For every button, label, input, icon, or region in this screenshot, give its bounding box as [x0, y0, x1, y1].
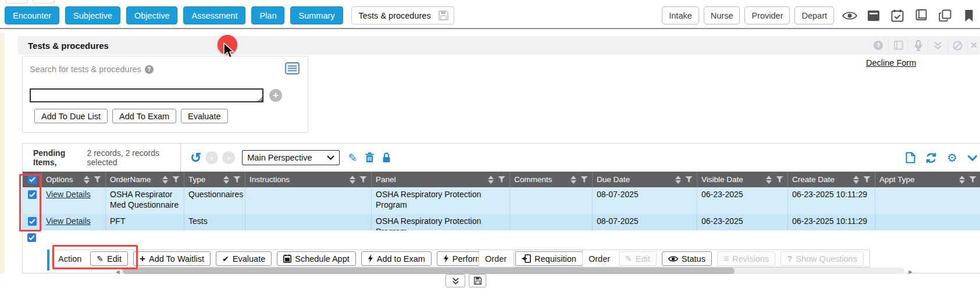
- gear-icon[interactable]: ⚙: [947, 152, 957, 163]
- edit-perspective-icon[interactable]: ✎: [348, 151, 357, 165]
- lock-icon[interactable]: [382, 152, 391, 163]
- add-to-exam-button[interactable]: Add To Exam: [112, 109, 176, 123]
- sort-icon[interactable]: [959, 176, 965, 184]
- close-icon[interactable]: ✕: [967, 38, 980, 52]
- delete-perspective-icon[interactable]: [365, 152, 374, 163]
- new-document-icon[interactable]: [906, 152, 915, 163]
- filter-icon[interactable]: [233, 176, 241, 183]
- sort-icon[interactable]: [223, 176, 229, 184]
- scroll-right-icon[interactable]: ►: [907, 268, 914, 275]
- add-to-due-list-button[interactable]: Add To Due List: [34, 109, 108, 123]
- calendar-icon: [283, 254, 291, 263]
- eye-icon[interactable]: [842, 8, 857, 23]
- nav-label: Encounter: [13, 11, 51, 20]
- nav-button-subjective[interactable]: Subjective: [65, 6, 120, 24]
- perspective-select[interactable]: Main Perspective: [242, 150, 340, 165]
- calendar-check-icon[interactable]: [890, 8, 905, 23]
- schedule-appt-button[interactable]: Schedule Appt: [277, 251, 356, 266]
- sort-icon[interactable]: [766, 176, 772, 184]
- scrollbar-thumb[interactable]: [123, 268, 735, 274]
- help-icon[interactable]: ?: [145, 65, 154, 74]
- save-icon[interactable]: [438, 10, 449, 21]
- horizontal-scrollbar[interactable]: [120, 268, 904, 274]
- add-to-waitlist-button[interactable]: +Add To Waitlist: [133, 251, 211, 266]
- view-details-link[interactable]: View Details: [46, 216, 91, 226]
- save-button[interactable]: [469, 274, 486, 287]
- sort-icon[interactable]: [162, 176, 168, 184]
- mic-icon[interactable]: [908, 38, 928, 52]
- column-header-panel[interactable]: Panel: [371, 172, 509, 187]
- archive-icon[interactable]: [866, 8, 881, 23]
- filter-icon[interactable]: [172, 176, 180, 183]
- sort-icon[interactable]: [350, 176, 355, 184]
- nav-label: Plan: [259, 11, 276, 20]
- add-to-exam-button[interactable]: Add to Exam: [361, 251, 432, 266]
- column-header-ordername[interactable]: OrderName: [105, 172, 184, 187]
- evaluate-button[interactable]: Evaluate: [181, 109, 227, 123]
- nav-button-plan[interactable]: Plan: [251, 6, 284, 24]
- filter-icon[interactable]: [580, 176, 588, 183]
- expand-more-button[interactable]: [446, 274, 465, 287]
- sort-icon[interactable]: [571, 176, 576, 184]
- undo-icon[interactable]: ↺: [190, 151, 201, 165]
- column-label: Instructions: [250, 175, 350, 184]
- table-row[interactable]: View Details PFT Tests OSHA Respiratory …: [23, 214, 980, 230]
- next-perspective-icon[interactable]: ›: [222, 151, 235, 164]
- book-icon[interactable]: [888, 38, 908, 52]
- column-label: Create Date: [792, 175, 853, 184]
- search-input[interactable]: [30, 88, 263, 102]
- chevron-down-icon[interactable]: [967, 155, 978, 161]
- status-button[interactable]: Status: [662, 251, 712, 266]
- sort-icon[interactable]: [853, 176, 859, 184]
- sort-icon[interactable]: [84, 176, 90, 184]
- column-header-options[interactable]: Options: [41, 172, 105, 187]
- stage-button-nurse[interactable]: Nurse: [704, 6, 740, 24]
- stage-button-depart[interactable]: Depart: [794, 6, 834, 24]
- cell-visible-date: 06-23-2025: [697, 214, 787, 230]
- sort-icon[interactable]: [675, 176, 681, 184]
- footer-select-checkbox[interactable]: [27, 233, 36, 242]
- list-view-icon[interactable]: [285, 62, 300, 77]
- filter-icon[interactable]: [359, 176, 367, 183]
- tab-tests-procedures[interactable]: Tests & procedures: [351, 6, 454, 24]
- prev-perspective-icon[interactable]: ‹: [205, 151, 218, 164]
- resize-handle[interactable]: [258, 97, 262, 101]
- refresh-icon[interactable]: [925, 152, 937, 163]
- column-header-create-date[interactable]: Create Date: [787, 172, 875, 187]
- column-header-instructions[interactable]: Instructions: [245, 172, 371, 187]
- column-header-visible-date[interactable]: Visible Date: [697, 172, 787, 187]
- column-header-appt-type[interactable]: Appt Type: [875, 172, 980, 187]
- stage-button-provider[interactable]: Provider: [744, 6, 790, 24]
- evaluate-button[interactable]: ✔Evaluate: [216, 251, 272, 266]
- table-row[interactable]: View Details OSHA Respirator Med Questio…: [23, 187, 980, 214]
- decline-form-link[interactable]: Decline Form: [866, 58, 916, 67]
- button-label: Add to Exam: [377, 254, 425, 264]
- nav-button-assessment[interactable]: Assessment: [183, 6, 245, 24]
- book-icon[interactable]: [914, 8, 929, 23]
- nav-button-encounter[interactable]: Encounter: [5, 6, 59, 24]
- add-icon[interactable]: +: [269, 89, 282, 102]
- column-header-due-date[interactable]: Due Date: [592, 172, 697, 187]
- view-details-link[interactable]: View Details: [46, 190, 91, 199]
- sort-icon[interactable]: [488, 176, 494, 184]
- help-icon[interactable]: ?: [868, 38, 888, 52]
- filter-icon[interactable]: [776, 176, 783, 183]
- filter-icon[interactable]: [498, 176, 505, 183]
- prohibit-icon[interactable]: [947, 38, 967, 52]
- requisition-button[interactable]: Requisition: [515, 251, 583, 266]
- filter-icon[interactable]: [685, 176, 693, 183]
- column-header-comments[interactable]: Comments: [509, 172, 592, 187]
- filter-icon[interactable]: [94, 176, 101, 183]
- copy-icon[interactable]: [938, 8, 953, 23]
- column-label: Due Date: [597, 175, 675, 184]
- nav-button-summary[interactable]: Summary: [290, 6, 343, 24]
- bookmark-icon[interactable]: [961, 8, 977, 23]
- stage-button-intake[interactable]: Intake: [662, 6, 699, 24]
- column-header-type[interactable]: Type: [184, 172, 245, 187]
- stage-label: Provider: [751, 11, 783, 20]
- nav-button-objective[interactable]: Objective: [126, 6, 177, 24]
- filter-icon[interactable]: [969, 176, 977, 183]
- cell-due-date: 08-07-2025: [592, 214, 697, 230]
- collapse-icon[interactable]: [928, 38, 947, 52]
- filter-icon[interactable]: [863, 176, 871, 183]
